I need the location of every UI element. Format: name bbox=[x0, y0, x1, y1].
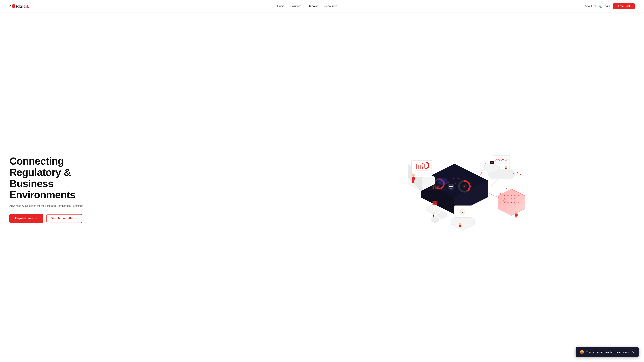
cookie-text: This website uses cookies. Learn more. bbox=[586, 351, 630, 354]
svg-point-64 bbox=[459, 223, 461, 225]
svg-rect-50 bbox=[412, 181, 413, 183]
svg-point-54 bbox=[505, 166, 508, 168]
svg-rect-42 bbox=[418, 165, 419, 169]
nav-links: Home Solutions Platform Resources bbox=[277, 5, 337, 8]
svg-point-92 bbox=[513, 173, 514, 174]
logo-part1: 4 bbox=[10, 4, 12, 9]
nav-item-resources[interactable]: Resources bbox=[324, 5, 337, 8]
hero-heading-line2: Regulatory & bbox=[10, 167, 71, 178]
nav-login[interactable]: 👤 Login bbox=[600, 5, 610, 8]
svg-point-78 bbox=[504, 198, 505, 199]
svg-point-49 bbox=[412, 174, 415, 177]
nav-item-platform[interactable]: Platform bbox=[308, 5, 318, 8]
svg-rect-67 bbox=[432, 201, 437, 205]
nav-link-resources[interactable]: Resources bbox=[324, 5, 337, 7]
svg-point-23 bbox=[464, 186, 465, 187]
svg-point-24 bbox=[438, 178, 448, 185]
svg-point-59 bbox=[460, 209, 465, 214]
svg-point-97 bbox=[492, 162, 493, 163]
svg-rect-43 bbox=[420, 165, 421, 169]
svg-point-62 bbox=[462, 211, 462, 211]
svg-point-31 bbox=[448, 184, 454, 190]
hero-buttons: Request demo → Watch the trailer → bbox=[10, 214, 291, 223]
hero-section: Connecting Regulatory & Business Environ… bbox=[0, 12, 644, 362]
svg-point-83 bbox=[504, 202, 505, 203]
svg-rect-25 bbox=[432, 186, 434, 189]
cookie-learn-more-link[interactable]: Learn more. bbox=[616, 351, 630, 354]
hero-heading: Connecting Regulatory & Business Environ… bbox=[10, 156, 291, 200]
nav-about-us[interactable]: About Us bbox=[585, 5, 596, 8]
svg-point-82 bbox=[518, 198, 518, 199]
svg-point-94 bbox=[520, 174, 521, 175]
svg-point-48 bbox=[412, 176, 415, 181]
hero-left: Connecting Regulatory & Business Environ… bbox=[10, 156, 291, 223]
svg-point-8 bbox=[480, 172, 482, 174]
svg-point-85 bbox=[511, 202, 512, 203]
svg-rect-41 bbox=[416, 164, 417, 169]
about-us-label: About Us bbox=[585, 5, 596, 8]
nav-item-home[interactable]: Home bbox=[277, 5, 284, 8]
svg-point-88 bbox=[515, 211, 518, 214]
hero-heading-line4: Environments bbox=[10, 189, 75, 200]
svg-point-77 bbox=[518, 195, 518, 196]
svg-rect-26 bbox=[435, 187, 436, 189]
svg-point-86 bbox=[514, 202, 515, 203]
cookie-close-button[interactable]: × bbox=[632, 350, 635, 354]
nav-link-solutions[interactable]: Solutions bbox=[290, 5, 302, 7]
login-label: Login bbox=[604, 5, 610, 8]
svg-point-76 bbox=[514, 195, 515, 196]
svg-point-79 bbox=[508, 198, 508, 199]
logo-part3: .ai bbox=[25, 4, 29, 9]
logo-circle-icon bbox=[12, 4, 16, 8]
logo-part2: RISK bbox=[16, 4, 25, 9]
hero-heading-line1: Connecting bbox=[10, 155, 64, 167]
hero-illustration bbox=[406, 140, 526, 238]
hero-right bbox=[298, 140, 634, 238]
hero-heading-line3: Business bbox=[10, 178, 53, 189]
cookie-banner: 🍪 This website uses cookies. Learn more.… bbox=[576, 347, 639, 357]
user-icon: 👤 bbox=[600, 5, 602, 8]
svg-point-10 bbox=[506, 188, 507, 189]
nav-right: About Us 👤 Login Free Trial bbox=[585, 3, 634, 9]
svg-rect-27 bbox=[437, 186, 439, 189]
navbar: 4 RISK .ai Home Solutions Platform Resou… bbox=[0, 0, 644, 12]
svg-rect-91 bbox=[516, 216, 517, 218]
request-demo-button[interactable]: Request demo → bbox=[10, 214, 43, 223]
svg-rect-90 bbox=[516, 216, 516, 218]
nav-link-home[interactable]: Home bbox=[277, 5, 284, 7]
svg-point-34 bbox=[450, 186, 450, 187]
hero-subtitle: Advanced AI Solutions for the Risk and C… bbox=[10, 204, 291, 207]
nav-item-solutions[interactable]: Solutions bbox=[290, 5, 302, 8]
svg-point-81 bbox=[514, 198, 515, 199]
nav-link-platform[interactable]: Platform bbox=[308, 5, 318, 7]
svg-marker-69 bbox=[431, 216, 439, 223]
watch-trailer-button[interactable]: Watch the trailer → bbox=[46, 214, 82, 223]
svg-point-75 bbox=[511, 195, 512, 196]
svg-rect-65 bbox=[459, 225, 461, 227]
svg-rect-51 bbox=[414, 181, 414, 183]
free-trial-button[interactable]: Free Trial bbox=[613, 3, 634, 9]
svg-point-73 bbox=[504, 195, 505, 196]
svg-point-35 bbox=[452, 186, 452, 187]
svg-point-74 bbox=[508, 195, 508, 196]
logo[interactable]: 4 RISK .ai bbox=[10, 4, 30, 9]
cookie-icon: 🍪 bbox=[580, 350, 584, 354]
svg-point-63 bbox=[463, 211, 464, 211]
svg-point-80 bbox=[511, 198, 512, 199]
illustration-svg bbox=[406, 140, 526, 238]
svg-point-70 bbox=[432, 213, 434, 215]
svg-point-87 bbox=[518, 202, 518, 203]
svg-point-84 bbox=[508, 202, 508, 203]
svg-rect-89 bbox=[515, 214, 518, 217]
svg-line-2 bbox=[486, 192, 498, 197]
svg-rect-71 bbox=[433, 215, 434, 217]
svg-point-93 bbox=[517, 172, 518, 173]
